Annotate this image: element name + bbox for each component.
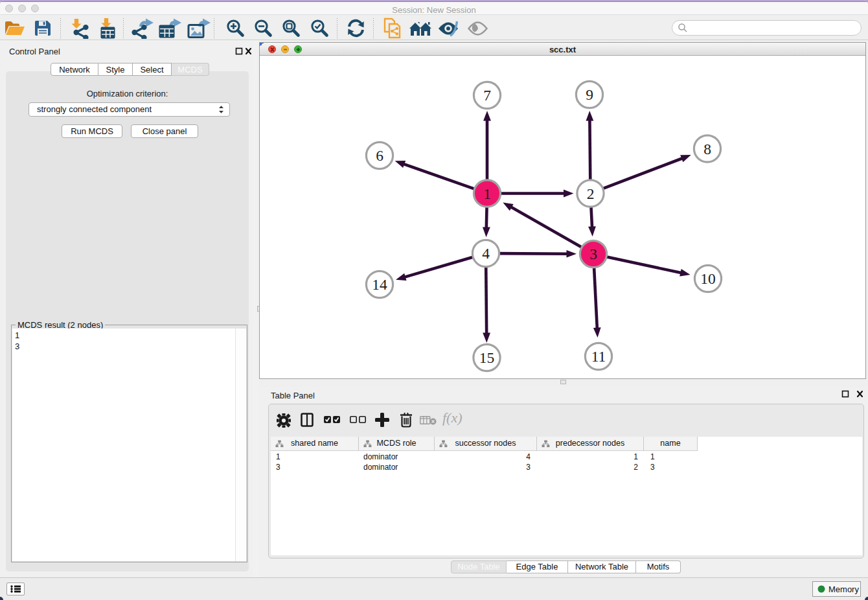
svg-text:15: 15	[479, 349, 495, 366]
svg-text:11: 11	[591, 348, 606, 365]
svg-text:9: 9	[586, 86, 593, 103]
svg-text:1: 1	[483, 185, 491, 202]
svg-text:6: 6	[376, 147, 383, 164]
svg-text:8: 8	[703, 141, 711, 157]
svg-text:10: 10	[700, 270, 716, 287]
svg-text:14: 14	[372, 276, 387, 293]
svg-text:7: 7	[483, 87, 491, 104]
svg-text:4: 4	[482, 245, 490, 262]
svg-text:2: 2	[587, 185, 595, 202]
svg-text:3: 3	[589, 246, 597, 262]
